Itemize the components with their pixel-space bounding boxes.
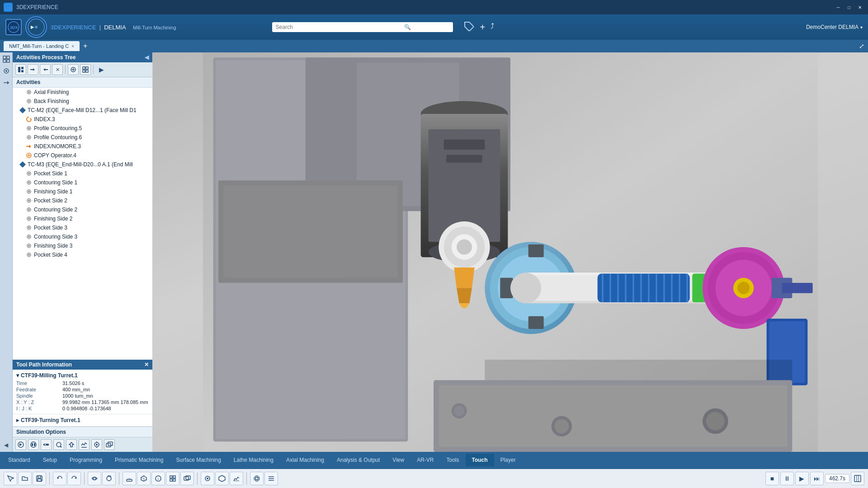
tree-item[interactable]: Pocket Side 1 (13, 169, 152, 178)
pause-button[interactable]: ⏸ (780, 472, 794, 485)
bottom-tab-programming[interactable]: Programming (63, 454, 108, 466)
tab-close-icon[interactable]: × (71, 44, 74, 49)
compass-icon[interactable]: ▶ (25, 16, 47, 38)
tree-item[interactable]: TC-M2 (EQE_Face-Mill D12...1 (Face Mill … (13, 106, 152, 115)
toolbar-btn-analysis[interactable] (230, 472, 243, 485)
toolbar-button-6[interactable] (80, 64, 91, 75)
tree-item[interactable]: TC-M3 (EQE_End-Mill-D20...0 A.1 (End Mil… (13, 160, 152, 169)
sim-tool-5[interactable] (66, 439, 77, 450)
toolbar-button-2[interactable] (28, 64, 38, 75)
bottom-tab-tools[interactable]: Tools (440, 454, 466, 466)
toolbar-btn-open[interactable] (18, 472, 32, 485)
left-icon-1[interactable] (1, 54, 11, 64)
bottom-tab-standard[interactable]: Standard (2, 454, 37, 466)
bottom-tab-prismatic-machining[interactable]: Prismatic Machining (108, 454, 170, 466)
fast-forward-button[interactable]: ⏭ (810, 472, 824, 485)
toolbar-btn-settings[interactable] (250, 472, 264, 485)
user-area[interactable]: DemoCenter DELMIA ▾ (806, 24, 863, 30)
bottom-tab-view[interactable]: View (386, 454, 410, 466)
toolbar-btn-material[interactable] (215, 472, 229, 485)
toolbar-btn-3d[interactable] (137, 472, 151, 485)
titlebar: 3D 3DEXPERIENCE ─ □ ✕ (0, 0, 868, 14)
tree-item[interactable]: Pocket Side 4 (13, 250, 152, 259)
tree-item[interactable]: Finishing Side 2 (13, 214, 152, 223)
sim-tool-6[interactable] (79, 439, 90, 450)
sim-tool-3[interactable] (41, 439, 52, 450)
new-tab-button[interactable]: + (81, 42, 89, 50)
tree-item[interactable]: Contouring Side 1 (13, 178, 152, 187)
tree-item[interactable]: Finishing Side 1 (13, 187, 152, 196)
minimize-button[interactable]: ─ (834, 4, 843, 11)
toolbar-btn-grid[interactable] (166, 472, 179, 485)
tree-item[interactable]: INDEX/NOMORE.3 (13, 142, 152, 151)
left-icon-collapse[interactable]: ◀ (1, 440, 11, 450)
search-input[interactable] (276, 24, 402, 30)
bottom-tab-lathe-machining[interactable]: Lathe Machining (227, 454, 280, 466)
svg-point-38 (28, 127, 30, 129)
toolbar-btn-info[interactable]: i (151, 472, 165, 485)
stop-button[interactable]: ■ (765, 472, 779, 485)
bottom-tab-setup[interactable]: Setup (37, 454, 63, 466)
bottom-tab-axial-machining[interactable]: Axial Machining (280, 454, 330, 466)
tree-item[interactable]: INDEX.3 (13, 115, 152, 124)
toolbar-btn-save[interactable] (33, 472, 46, 485)
add-button[interactable]: + (480, 22, 486, 33)
sim-tool-7[interactable] (91, 439, 102, 450)
panel-collapse-button[interactable]: ◀ (145, 54, 149, 61)
main-tab[interactable]: NMT_Mill-Turn - Landing C × (4, 41, 80, 51)
tree-item[interactable]: Contouring Side 2 (13, 205, 152, 214)
toolbar-btn-undo[interactable] (53, 472, 66, 485)
tree-item[interactable]: Profile Contouring.6 (13, 133, 152, 142)
svg-rect-175 (854, 475, 861, 482)
bottom-tab-bar: StandardSetupProgrammingPrismatic Machin… (0, 452, 868, 468)
close-button[interactable]: ✕ (855, 4, 864, 11)
toolpath-section-1-header[interactable]: ▾ CTF39-Milling Turret.1 (16, 372, 149, 379)
toolbar-button-5[interactable] (68, 64, 79, 75)
tree-item[interactable]: Pocket Side 3 (13, 223, 152, 232)
toolbar-btn-zoom-all[interactable] (180, 472, 194, 485)
tree-item[interactable]: Profile Contouring.5 (13, 124, 152, 133)
left-icon-2[interactable] (1, 66, 11, 76)
bottom-tab-player[interactable]: Player (494, 454, 522, 466)
maximize-button[interactable]: □ (844, 4, 854, 11)
toolbar-btn-view[interactable] (88, 472, 101, 485)
xyz-label: X : Y : Z (16, 399, 61, 405)
share-button[interactable]: ⤴ (491, 22, 494, 33)
tree-item[interactable]: Pocket Side 2 (13, 196, 152, 205)
tree-item[interactable]: Finishing Side 3 (13, 241, 152, 250)
left-icon-3[interactable] (1, 78, 11, 88)
sim-tool-1[interactable] (15, 439, 26, 450)
bottom-tab-analysis-&-output[interactable]: Analysis & Output (330, 454, 386, 466)
bottom-tab-surface-machining[interactable]: Surface Machining (170, 454, 227, 466)
svg-rect-162 (173, 479, 175, 481)
toolbar-btn-render[interactable] (201, 472, 214, 485)
tree-item[interactable]: Contouring Side 3 (13, 232, 152, 241)
bookmark-icon[interactable] (464, 21, 475, 33)
toolbar-expand-arrow[interactable]: ▶ (96, 64, 107, 75)
3d-viewport[interactable] (153, 52, 868, 452)
bottom-tab-touch[interactable]: Touch (466, 454, 494, 466)
tree-item[interactable]: COPY Operator.4 (13, 151, 152, 160)
toolbar-btn-rotate[interactable] (102, 472, 116, 485)
toolbar-btn-list[interactable] (264, 472, 278, 485)
zoom-to-fit-button[interactable] (851, 472, 864, 485)
svg-point-71 (44, 444, 46, 446)
sim-tool-2[interactable] (28, 439, 39, 450)
toolbar-button-4[interactable]: ✕ (52, 64, 63, 75)
sim-tool-8[interactable] (104, 439, 115, 450)
sim-tool-4[interactable] (53, 439, 64, 450)
toolbar-button-3[interactable] (40, 64, 51, 75)
tree-item[interactable]: Back Finishing (13, 97, 152, 106)
toolbar-btn-select[interactable] (4, 472, 17, 485)
toolbar-button-1[interactable] (15, 64, 26, 75)
maximize-viewport-icon[interactable]: ⤢ (859, 42, 864, 50)
toolbar-btn-redo[interactable] (67, 472, 81, 485)
toolbar-btn-measure[interactable] (123, 472, 136, 485)
bottom-tab-ar-vr[interactable]: AR-VR (410, 454, 440, 466)
simulation-options[interactable]: Simulation Options (13, 427, 152, 437)
toolpath-section-2-header[interactable]: ▸ CTF39-Turning Turret.1 (16, 417, 149, 423)
toolpath-close-button[interactable]: ✕ (144, 361, 149, 368)
tree-item[interactable]: Axial Finishing (13, 88, 152, 97)
play-button[interactable]: ▶ (795, 472, 809, 485)
toolpath-panel-header[interactable]: Tool Path Information ✕ (13, 360, 152, 370)
